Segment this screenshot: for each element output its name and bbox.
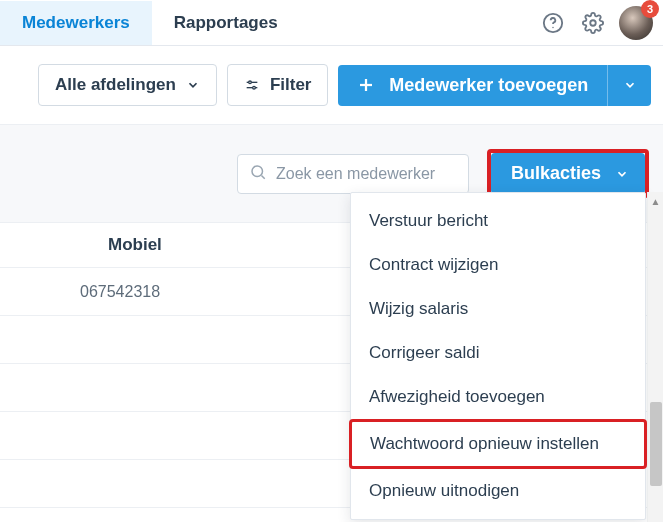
bulk-item-reinvite[interactable]: Opnieuw uitnodigen xyxy=(351,469,645,513)
bulk-actions-highlight: Bulkacties xyxy=(487,149,649,198)
bulk-item-change-contract[interactable]: Contract wijzigen xyxy=(351,243,645,287)
bulk-item-change-salary[interactable]: Wijzig salaris xyxy=(351,287,645,331)
chevron-down-icon xyxy=(186,78,200,92)
scrollbar[interactable]: ▲ xyxy=(647,192,663,522)
cell-mobiel: 067542318 xyxy=(0,283,176,301)
bulk-item-send-message[interactable]: Verstuur bericht xyxy=(351,199,645,243)
bulk-item-add-absence[interactable]: Afwezigheid toevoegen xyxy=(351,375,645,419)
bulk-actions-button[interactable]: Bulkacties xyxy=(491,153,645,194)
bulk-item-correct-balance[interactable]: Corrigeer saldi xyxy=(351,331,645,375)
plus-icon xyxy=(357,76,375,94)
bulk-actions-label: Bulkacties xyxy=(511,163,601,184)
departments-dropdown[interactable]: Alle afdelingen xyxy=(38,64,217,106)
tab-employees[interactable]: Medewerkers xyxy=(0,1,152,45)
bulk-actions-dropdown: Verstuur bericht Contract wijzigen Wijzi… xyxy=(350,192,646,520)
column-header-mobiel: Mobiel xyxy=(0,223,178,267)
chevron-down-icon xyxy=(623,78,637,92)
filter-label: Filter xyxy=(270,75,312,95)
svg-line-10 xyxy=(261,175,264,178)
scrollbar-up-icon[interactable]: ▲ xyxy=(648,192,663,210)
add-employee-button[interactable]: Medewerker toevoegen xyxy=(338,65,607,106)
chevron-down-icon xyxy=(615,167,629,181)
svg-point-1 xyxy=(552,26,553,27)
help-icon[interactable] xyxy=(537,7,569,39)
svg-point-6 xyxy=(253,86,256,89)
toolbar: Alle afdelingen Filter Medewerker toevoe… xyxy=(0,46,663,124)
top-bar: Medewerkers Rapportages 3 xyxy=(0,0,663,46)
bulk-item-highlight: Wachtwoord opnieuw instellen xyxy=(349,419,647,469)
add-employee-label: Medewerker toevoegen xyxy=(389,75,588,96)
search-icon xyxy=(249,163,267,185)
search-input[interactable] xyxy=(237,154,469,194)
svg-point-2 xyxy=(590,20,596,26)
bulk-item-reset-password[interactable]: Wachtwoord opnieuw instellen xyxy=(352,422,644,466)
tab-reports[interactable]: Rapportages xyxy=(152,1,300,45)
departments-label: Alle afdelingen xyxy=(55,75,176,95)
gear-icon[interactable] xyxy=(577,7,609,39)
add-employee-caret[interactable] xyxy=(607,65,651,106)
svg-point-9 xyxy=(252,166,263,177)
avatar[interactable]: 3 xyxy=(619,6,653,40)
filter-icon xyxy=(244,77,260,93)
svg-point-5 xyxy=(249,81,252,84)
notification-badge: 3 xyxy=(641,0,659,18)
scrollbar-thumb[interactable] xyxy=(650,402,662,486)
filter-button[interactable]: Filter xyxy=(227,64,329,106)
